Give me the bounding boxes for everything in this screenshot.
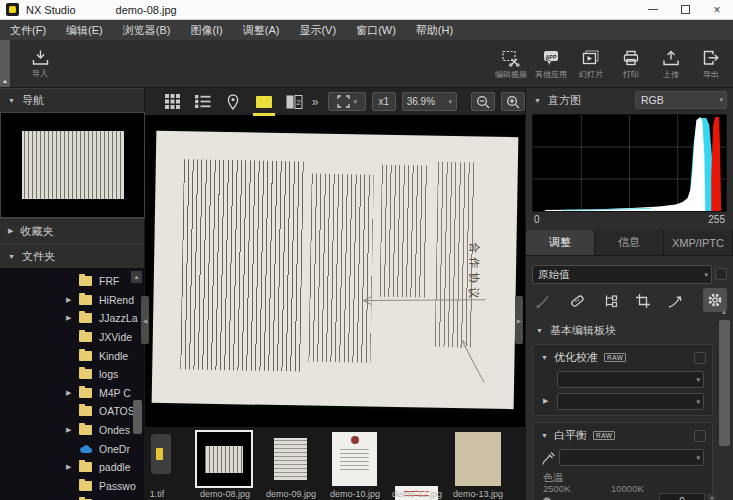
spinner-up-button[interactable]: ▴ [707,493,717,500]
preset-checkbox[interactable] [715,268,727,280]
minimize-button[interactable] [637,0,669,19]
folder-item-ondes[interactable]: ▶Ondes [0,421,144,440]
folder-label: logs [99,368,118,380]
menu-file[interactable]: 文件(F) [0,20,56,40]
tab-adjust[interactable]: 调整 [526,230,595,255]
gray-point-sample-button[interactable] [537,447,559,469]
import-button[interactable]: 导入 [20,41,60,87]
white-balance-header[interactable]: ▼ 白平衡 RAW [533,423,712,443]
other-apps-button[interactable]: APP 其他应用 [531,41,571,87]
folder-item-jjazzla[interactable]: ▶JJazzLa [0,309,144,328]
folder-item-jxvide[interactable]: JXVide [0,328,144,347]
menu-adjust[interactable]: 调整(A) [233,20,290,40]
folder-item-kindle[interactable]: Kindle [0,346,144,365]
menu-help[interactable]: 帮助(H) [406,20,463,40]
basic-adjustments-header[interactable]: ▼ 基本编辑板块 [526,320,733,340]
browser-sidebar: ▼ 导航 ▶ 收藏夹 ▼ 文件夹 FRF ▶HiRend ▶JJazzLa JX… [0,88,145,500]
preset-value: 原始值 [538,268,570,282]
folder-label: paddle [99,461,131,473]
chevron-down-icon: ▾ [696,376,700,384]
filmstrip-item-demo-10[interactable] [332,432,377,486]
favorites-header[interactable]: ▶ 收藏夹 [0,218,144,243]
white-balance-select[interactable]: ▾ [559,449,704,466]
filmstrip-item-demo-09[interactable] [269,432,312,486]
folder-item-hirend[interactable]: ▶HiRend [0,291,144,310]
close-button[interactable]: × [701,0,733,19]
expand-icon[interactable]: ▶ [66,426,79,434]
view-mode-toolbar: 2 » ▾ x1 36.9% ▾ [145,88,525,116]
navigation-preview[interactable] [0,112,145,218]
white-balance-checkbox[interactable] [694,430,706,442]
export-button[interactable]: 导出 [691,41,731,87]
zoom-ratio-button[interactable]: x1 [372,92,396,111]
color-temp-value-input[interactable] [659,493,705,500]
raw-badge: RAW [604,353,626,362]
folder-icon [79,276,92,286]
compare-view-button[interactable]: 2 [279,88,310,116]
collapse-down-icon: ▼ [534,97,541,104]
right-panel-collapse-handle[interactable]: ▶ [515,296,523,344]
edit-video-button[interactable]: 编辑视频 [491,41,531,87]
white-balance-label: 白平衡 [554,428,587,443]
retouch-tool-button[interactable] [566,290,588,312]
folder-item-onedrive[interactable]: OneDr [0,439,144,458]
image-viewport[interactable]: 合作协议 [145,116,525,425]
expand-right-icon[interactable]: ▶ [543,397,548,405]
map-view-button[interactable] [218,88,249,116]
filmstrip-item-demo-13[interactable] [455,432,501,486]
filmstrip-item-tif[interactable] [151,434,171,474]
expand-icon[interactable]: ▶ [66,463,79,471]
maximize-button[interactable] [669,0,701,19]
picture-control-sub-select[interactable]: ▾ [557,393,704,410]
menu-image[interactable]: 图像(I) [180,20,232,40]
folder-item-m4p[interactable]: ▶M4P C [0,384,144,403]
folder-item-passw[interactable]: Passwo [0,477,144,496]
tab-info[interactable]: 信息 [595,230,664,255]
folders-header[interactable]: ▼ 文件夹 [0,243,144,268]
zoom-in-icon [506,95,520,109]
folder-scrollbar-thumb[interactable] [133,400,142,434]
menu-browser[interactable]: 浏览器(B) [113,20,181,40]
zoom-percent-select[interactable]: 36.9% ▾ [402,92,457,111]
folder-item-paddle[interactable]: ▶paddle [0,458,144,477]
picture-control-select[interactable]: ▾ [557,371,704,388]
list-view-button[interactable] [188,88,219,116]
versions-tool-button[interactable] [600,290,622,312]
more-view-modes-button[interactable]: » [312,95,319,109]
folder-scroll-up-button[interactable]: ▲ [131,271,142,283]
picture-control-header[interactable]: ▼ 优化校准 RAW [533,345,712,365]
image-view-icon [256,96,272,108]
left-panel-collapse-handle[interactable]: ◀ [141,296,149,344]
crop-tool-button[interactable] [632,290,654,312]
menu-view[interactable]: 显示(V) [289,20,346,40]
fit-to-screen-button[interactable]: ▾ [328,92,366,111]
navigation-header[interactable]: ▼ 导航 [0,88,144,112]
expand-icon[interactable]: ▶ [66,296,79,304]
expand-icon[interactable]: ▶ [66,389,79,397]
preset-select[interactable]: 原始值 ▾ [532,265,712,284]
picture-control-checkbox[interactable] [694,352,706,364]
upload-button[interactable]: 上传 [651,41,691,87]
filmstrip-item-demo-08-selected[interactable] [195,430,253,488]
grid-view-button[interactable] [157,88,188,116]
folder-item-logs[interactable]: logs [0,365,144,384]
folder-item-frf[interactable]: FRF [0,272,144,291]
folder-item-prem[interactable]: ▶PREM [0,495,144,500]
menu-edit[interactable]: 编辑(E) [56,20,113,40]
panel-scroll-up-button[interactable]: ▲ [718,306,730,318]
tab-xmp-iptc[interactable]: XMP/IPTC [664,230,733,255]
folder-item-oatos[interactable]: OATOS [0,402,144,421]
histogram-channel-select[interactable]: RGB ▾ [635,91,727,109]
zoom-in-button[interactable] [501,92,525,111]
straighten-tool-button[interactable] [664,290,686,312]
slideshow-button[interactable]: 幻灯片 [571,41,611,87]
expand-icon[interactable]: ▶ [66,314,79,322]
panel-scrollbar-thumb[interactable] [719,320,730,446]
toolbar-collapse-strip[interactable]: ▲ [0,40,10,87]
print-button[interactable]: 打印 [611,41,651,87]
image-view-button[interactable] [249,88,280,116]
menu-window[interactable]: 窗口(W) [346,20,406,40]
zoom-out-button[interactable] [471,92,495,111]
brush-tool-button[interactable] [532,290,554,312]
other-apps-label: 其他应用 [535,69,567,80]
